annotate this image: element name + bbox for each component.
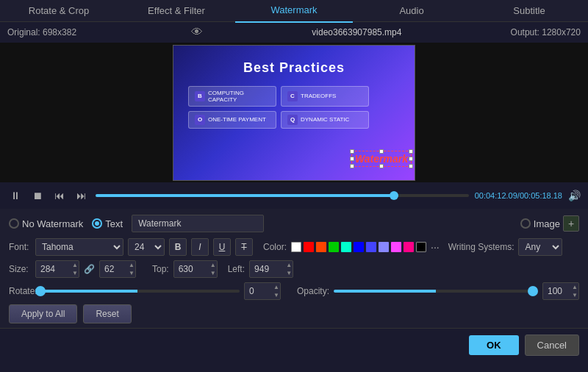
rotate-down[interactable]: ▼ [273, 291, 279, 299]
time-display: 00:04:12.09/00:05:18.18 [475, 191, 562, 200]
image-label: Image [534, 218, 560, 229]
tab-bar: Rotate & Crop Effect & Filter Watermark … [0, 0, 588, 22]
swatch-orange[interactable] [316, 242, 326, 252]
eye-icon[interactable]: 👁 [191, 26, 203, 39]
cancel-button[interactable]: Cancel [525, 335, 579, 356]
top-spinners: ▲ ▼ [210, 261, 216, 277]
card-icon-c: C [287, 91, 298, 101]
color-swatches [291, 242, 426, 252]
opacity-up[interactable]: ▲ [572, 283, 578, 291]
opacity-slider[interactable] [334, 290, 538, 293]
top-up[interactable]: ▲ [210, 261, 216, 269]
swatch-green[interactable] [329, 242, 339, 252]
watermark-text-input[interactable] [132, 215, 264, 232]
size-width-up[interactable]: ▲ [72, 261, 78, 269]
more-colors-button[interactable]: ··· [431, 241, 440, 253]
card-payment: O ONE-TIME PAYMENT [188, 111, 276, 129]
card-dynamic: Q DYNAMIC STATIC [281, 111, 369, 129]
progress-section: ⏸ ⏹ ⏮ ⏭ 00:04:12.09/00:05:18.18 🔊 [0, 182, 588, 209]
size-height-down[interactable]: ▼ [129, 269, 135, 277]
swatch-pink[interactable] [391, 242, 401, 252]
opacity-label: Opacity: [297, 286, 329, 296]
rotate-label: Rotate: [9, 286, 31, 296]
no-watermark-radio[interactable]: No Watermark [9, 218, 83, 229]
wm-handle-mr[interactable] [409, 157, 413, 161]
swatch-purple[interactable] [379, 242, 389, 252]
no-watermark-label: No Watermark [22, 218, 83, 229]
watermark-overlay[interactable]: Watermark [351, 151, 412, 167]
volume-icon[interactable]: 🔊 [568, 190, 581, 201]
text-radio[interactable]: Text [92, 218, 123, 229]
text-label: Text [105, 218, 123, 229]
font-name-select[interactable]: Tahoma [35, 238, 123, 256]
video-title: Best Practices [173, 60, 415, 76]
size-height-up[interactable]: ▲ [129, 261, 135, 269]
font-size-select[interactable]: 24 [128, 238, 165, 256]
text-circle [92, 218, 102, 229]
left-up[interactable]: ▲ [286, 261, 292, 269]
add-image-button[interactable]: + [563, 215, 579, 232]
wm-handle-ml[interactable] [350, 157, 354, 161]
image-circle[interactable] [520, 218, 531, 229]
controls-row: ⏸ ⏹ ⏮ ⏭ 00:04:12.09/00:05:18.18 🔊 [7, 185, 581, 206]
bold-button[interactable]: B [169, 238, 187, 256]
ok-button[interactable]: OK [469, 335, 519, 355]
left-spinners: ▲ ▼ [286, 261, 292, 277]
swatch-red[interactable] [304, 242, 314, 252]
wm-handle-bl[interactable] [350, 164, 354, 168]
pause-button[interactable]: ⏸ [7, 188, 24, 203]
size-label: Size: [9, 264, 31, 274]
card-label-dynamic: DYNAMIC STATIC [301, 116, 349, 123]
wm-handle-tl[interactable] [350, 149, 354, 154]
wm-handle-tc[interactable] [379, 149, 384, 154]
image-label-wrap: Image + [520, 215, 579, 232]
card-label-computing: COMPUTING CAPACITY [208, 90, 270, 103]
font-label: Font: [9, 242, 31, 252]
info-bar: Original: 698x382 👁 video3663907985.mp4 … [0, 22, 588, 43]
left-label: Left: [228, 264, 245, 274]
swatch-cyan[interactable] [341, 242, 351, 252]
swatch-hotpink[interactable] [404, 242, 414, 252]
filename: video3663907985.mp4 [312, 27, 401, 37]
swatch-black[interactable] [416, 242, 426, 252]
swatch-blue2[interactable] [366, 242, 376, 252]
swatch-white[interactable] [291, 242, 301, 252]
wm-handle-bc[interactable] [379, 164, 384, 168]
video-container: Best Practices B COMPUTING CAPACITY C TR… [0, 43, 588, 182]
wm-handle-tr[interactable] [409, 149, 413, 154]
swatch-blue[interactable] [354, 242, 364, 252]
progress-bar[interactable] [96, 194, 469, 197]
rotate-up[interactable]: ▲ [273, 283, 279, 291]
prev-button[interactable]: ⏮ [51, 188, 68, 203]
opacity-spinners: ▲ ▼ [572, 283, 578, 299]
tab-audio[interactable]: Audio [353, 0, 470, 22]
progress-thumb[interactable] [390, 191, 398, 200]
rotate-slider[interactable] [35, 290, 240, 293]
apply-to-all-button[interactable]: Apply to All [9, 304, 77, 323]
writing-label: Writing Systems: [448, 242, 514, 252]
size-height-spinners: ▲ ▼ [129, 261, 135, 277]
size-height-wrap: ▲ ▼ [99, 260, 136, 278]
watermark-type-row: No Watermark Text Image + [9, 215, 579, 232]
underline-button[interactable]: U [213, 238, 231, 256]
rotate-spinners: ▲ ▼ [273, 283, 279, 299]
top-down[interactable]: ▼ [210, 269, 216, 277]
stop-button[interactable]: ⏹ [29, 188, 46, 203]
watermark-text: Watermark [355, 153, 408, 165]
apply-row: Apply to All Reset [9, 304, 579, 323]
left-down[interactable]: ▼ [286, 269, 292, 277]
tab-rotate-crop[interactable]: Rotate & Crop [0, 0, 118, 22]
tab-subtitle[interactable]: Subtitle [470, 0, 588, 22]
link-icon[interactable]: 🔗 [84, 264, 95, 274]
tab-effect-filter[interactable]: Effect & Filter [118, 0, 235, 22]
opacity-down[interactable]: ▼ [572, 291, 578, 299]
size-width-down[interactable]: ▼ [72, 269, 78, 277]
wm-handle-br[interactable] [409, 164, 413, 168]
tab-watermark[interactable]: Watermark [235, 0, 353, 23]
strikethrough-button[interactable]: T [235, 238, 253, 256]
writing-systems-select[interactable]: Any [518, 238, 562, 256]
color-label: Color: [263, 242, 287, 252]
next-button[interactable]: ⏭ [74, 188, 90, 203]
italic-button[interactable]: I [191, 238, 209, 256]
reset-button[interactable]: Reset [83, 304, 131, 323]
